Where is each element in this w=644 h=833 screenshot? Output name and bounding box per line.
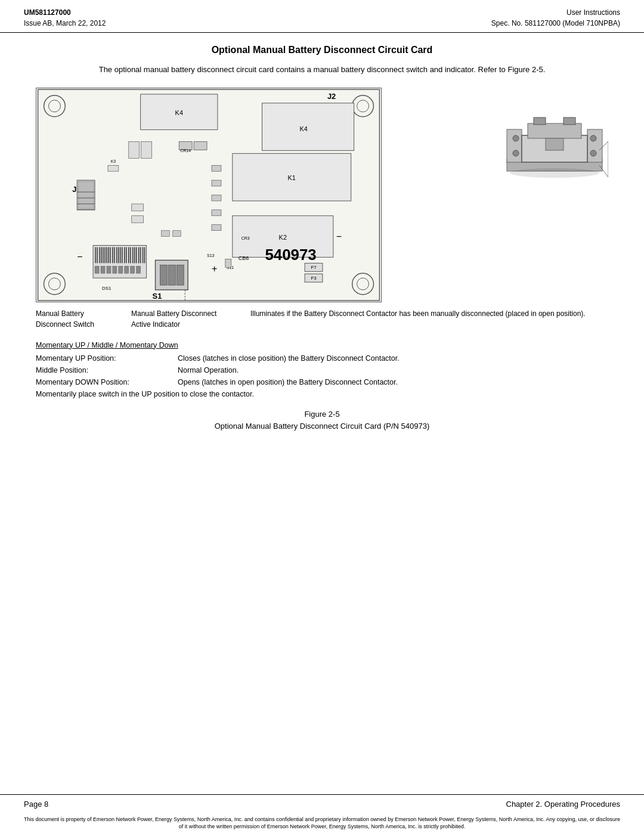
svg-rect-91 (225, 259, 231, 267)
footer-page: Page 8 (24, 800, 48, 809)
switch-row-value: Closes (latches in close position) the B… (178, 352, 608, 364)
svg-rect-57 (119, 266, 123, 273)
svg-text:S13: S13 (207, 253, 215, 258)
page-wrapper: UM581127000 Issue AB, March 22, 2012 Use… (0, 0, 644, 833)
svg-text:J2: J2 (327, 91, 336, 100)
label-col2-line1: Manual Battery Disconnect (131, 308, 250, 319)
svg-rect-74 (212, 165, 221, 171)
svg-text:DS1: DS1 (102, 286, 112, 291)
label-col1: Manual Battery Disconnect Switch (36, 308, 131, 330)
svg-rect-56 (113, 266, 117, 273)
switch-title: Momentary UP / Middle / Momentary Down (36, 339, 178, 351)
switch-row: Middle Position:Normal Operation. (36, 364, 608, 376)
svg-rect-78 (212, 224, 221, 230)
svg-rect-75 (212, 180, 221, 186)
switch-row: Momentarily place switch in the UP posit… (36, 388, 608, 400)
svg-point-103 (513, 135, 519, 141)
svg-rect-16 (78, 181, 94, 209)
switch-row: Momentary DOWN Position:Opens (latches i… (36, 376, 608, 388)
svg-rect-100 (528, 123, 581, 138)
switch-row-label: Momentary DOWN Position: (36, 376, 173, 388)
svg-rect-73 (194, 141, 207, 150)
component-3d-illustration (501, 106, 608, 197)
switch-row: Momentary UP Position:Closes (latches in… (36, 352, 608, 364)
svg-rect-97 (507, 129, 522, 162)
svg-text:F3: F3 (311, 275, 317, 281)
svg-rect-82 (141, 141, 152, 158)
footer-area: Page 8 Chapter 2. Operating Procedures T… (0, 794, 644, 833)
label-col2: Manual Battery Disconnect Active Indicat… (131, 308, 250, 330)
svg-rect-101 (534, 117, 546, 125)
svg-point-106 (590, 150, 596, 156)
svg-rect-55 (107, 266, 111, 273)
svg-rect-77 (212, 209, 221, 215)
footer-chapter: Chapter 2. Operating Procedures (506, 800, 621, 809)
svg-point-111 (510, 168, 599, 178)
svg-rect-107 (546, 138, 564, 150)
diagram-container: J2 K4 K4 J1 K1 (36, 88, 608, 302)
svg-text:K1: K1 (288, 174, 296, 181)
svg-text:K3: K3 (111, 159, 116, 163)
svg-rect-60 (137, 266, 141, 273)
switch-row-value: Momentarily place switch in the UP posit… (36, 388, 608, 400)
svg-text:S1: S1 (153, 292, 162, 301)
header-left: UM581127000 Issue AB, March 22, 2012 (24, 7, 106, 29)
spec-number: Spec. No. 581127000 (Model 710NPBA) (491, 18, 620, 29)
svg-rect-65 (168, 265, 175, 285)
svg-text:K4: K4 (175, 109, 183, 116)
footer-fine-print: This document is property of Emerson Net… (0, 813, 644, 833)
svg-rect-76 (212, 195, 221, 201)
svg-rect-64 (160, 265, 167, 285)
label-col1-line2: Disconnect Switch (36, 319, 131, 330)
svg-rect-10 (262, 103, 354, 150)
figure-caption: Figure 2-5 Optional Manual Battery Disco… (36, 408, 608, 433)
diagram-labels: Manual Battery Disconnect Switch Manual … (36, 308, 608, 330)
svg-rect-79 (108, 165, 119, 171)
label-col2-line2: Active Indicator (131, 319, 250, 330)
circuit-board-area: J2 K4 K4 J1 K1 (36, 88, 489, 302)
svg-text:CR14: CR14 (180, 148, 191, 153)
page-title: Optional Manual Battery Disconnect Circu… (36, 45, 608, 55)
svg-point-105 (590, 135, 596, 141)
svg-text:K2: K2 (279, 233, 287, 240)
3d-component-svg (501, 106, 608, 195)
svg-text:CB6: CB6 (239, 255, 249, 261)
figure-caption-line1: Figure 2-5 (36, 408, 608, 421)
svg-rect-54 (101, 266, 105, 273)
issue-date: Issue AB, March 22, 2012 (24, 18, 106, 29)
svg-rect-89 (172, 230, 181, 236)
footer: Page 8 Chapter 2. Operating Procedures (0, 794, 644, 813)
svg-rect-59 (131, 266, 135, 273)
svg-text:CR3: CR3 (242, 236, 250, 240)
header-right: User Instructions Spec. No. 581127000 (M… (491, 7, 620, 29)
svg-rect-94 (132, 215, 144, 222)
switch-row-label: Middle Position: (36, 364, 173, 376)
main-content: Optional Manual Battery Disconnect Circu… (0, 33, 644, 794)
doc-number: UM581127000 (24, 7, 106, 18)
doc-type: User Instructions (491, 7, 620, 18)
svg-text:−: − (77, 252, 82, 262)
switch-row-value: Normal Operation. (178, 364, 608, 376)
description: The optional manual battery disconnect c… (36, 64, 608, 76)
switch-row-value: Opens (latches in open position) the Bat… (178, 376, 608, 388)
svg-text:−: − (336, 231, 342, 241)
label-col3: Illuminates if the Battery Disconnect Co… (250, 308, 608, 330)
svg-rect-102 (564, 117, 575, 125)
svg-rect-58 (125, 266, 129, 273)
svg-rect-88 (161, 230, 169, 236)
figure-caption-line2: Optional Manual Battery Disconnect Circu… (36, 420, 608, 433)
svg-rect-53 (95, 266, 99, 273)
svg-text:K4: K4 (299, 125, 307, 132)
svg-rect-66 (177, 265, 184, 285)
svg-text:F7: F7 (311, 265, 317, 270)
page-header: UM581127000 Issue AB, March 22, 2012 Use… (0, 0, 644, 33)
switch-row-label: Momentary UP Position: (36, 352, 173, 364)
svg-rect-81 (129, 141, 140, 158)
svg-rect-93 (132, 203, 144, 210)
switch-description: Momentary UP / Middle / Momentary Down M… (36, 339, 608, 400)
circuit-diagram: J2 K4 K4 J1 K1 (36, 88, 382, 302)
svg-text:+: + (212, 264, 217, 274)
svg-rect-98 (587, 129, 602, 162)
switch-rows: Momentary UP Position:Closes (latches in… (36, 352, 608, 400)
svg-point-104 (513, 150, 519, 156)
